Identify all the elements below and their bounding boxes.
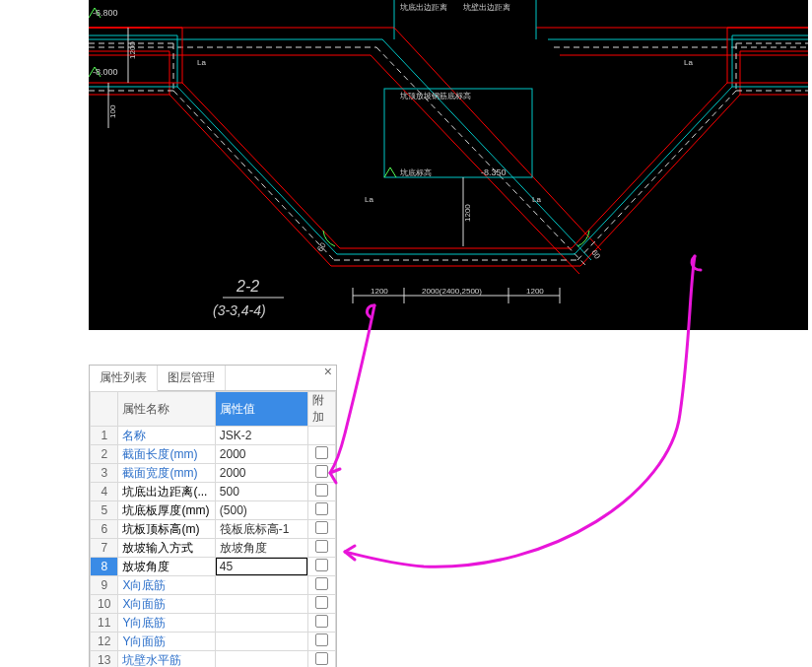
table-row[interactable]: 2截面长度(mm)2000 (91, 445, 336, 464)
elev-pit: -8.350 (481, 167, 507, 177)
la-r: La (684, 58, 693, 67)
dim-100: 100 (108, 104, 117, 118)
dim-1200-v1: 1200 (128, 41, 137, 59)
la-bl: La (365, 195, 373, 204)
section-title: 2-2 (236, 278, 259, 295)
table-row[interactable]: 12Y向面筋 (91, 633, 336, 651)
svg-line-28 (177, 87, 337, 254)
dim-1200-l: 1200 (371, 287, 388, 296)
table-row[interactable]: 13坑壁水平筋 (91, 651, 336, 668)
tab-properties[interactable]: 属性列表 (90, 366, 158, 391)
table-row[interactable]: 1名称JSK-2 (91, 427, 336, 445)
svg-line-38 (580, 95, 740, 266)
table-row[interactable]: 3截面宽度(mm)2000 (91, 464, 336, 483)
svg-line-13 (371, 55, 579, 274)
cad-viewport[interactable]: -6.800 -8.000 1200 100 La La La La 坑底出边距… (89, 0, 808, 330)
col-extra: 附加 (307, 392, 335, 427)
table-row[interactable]: 4坑底出边距离(...500 (91, 483, 336, 501)
table-row[interactable]: 5坑底板厚度(mm)(500) (91, 501, 336, 520)
property-panel: × 属性列表 图层管理 属性名称 属性值 附加 1名称JSK-22截面长度(mm… (89, 365, 337, 667)
table-row[interactable]: 8放坡角度45 (91, 558, 336, 576)
svg-line-29 (173, 91, 334, 260)
tab-layers[interactable]: 图层管理 (158, 366, 226, 390)
note-pit-bot: 坑底标高 (399, 168, 432, 177)
svg-line-30 (169, 95, 331, 266)
col-value: 属性值 (215, 392, 307, 427)
svg-line-12 (376, 47, 586, 266)
dim-60-r: 60 (589, 248, 602, 261)
svg-line-35 (572, 83, 727, 248)
note-top-right: 坑壁出边距离 (462, 3, 510, 12)
la-br: La (532, 195, 541, 204)
section-sub: (3-3,4-4) (213, 302, 266, 318)
table-row[interactable]: 7放坡输入方式放坡角度 (91, 539, 336, 558)
elev-left-top: -6.800 (93, 8, 118, 18)
note-top-left: 坑底出边距离 (399, 3, 447, 12)
col-name: 属性名称 (118, 392, 215, 427)
dim-1200-r: 1200 (526, 287, 544, 296)
property-table: 属性名称 属性值 附加 1名称JSK-22截面长度(mm)20003截面宽度(m… (90, 391, 336, 667)
svg-line-37 (577, 91, 736, 260)
table-row[interactable]: 10X向面筋 (91, 595, 336, 614)
svg-line-27 (182, 83, 340, 248)
table-row[interactable]: 9X向底筋 (91, 576, 336, 595)
dim-1200-v2: 1200 (463, 204, 472, 222)
svg-line-11 (382, 39, 591, 260)
note-pit-top: 坑顶放坡钢筋底标高 (399, 92, 471, 100)
elev-left-mid: -8.000 (93, 67, 118, 77)
la-l: La (197, 58, 206, 67)
svg-line-10 (394, 28, 601, 250)
table-row[interactable]: 6坑板顶标高(m)筏板底标高-1 (91, 520, 336, 539)
close-icon[interactable]: × (324, 364, 332, 379)
dim-bottom: 2000(2400,2500) (422, 287, 482, 296)
svg-line-36 (575, 87, 732, 254)
table-row[interactable]: 11Y向底筋 (91, 614, 336, 633)
